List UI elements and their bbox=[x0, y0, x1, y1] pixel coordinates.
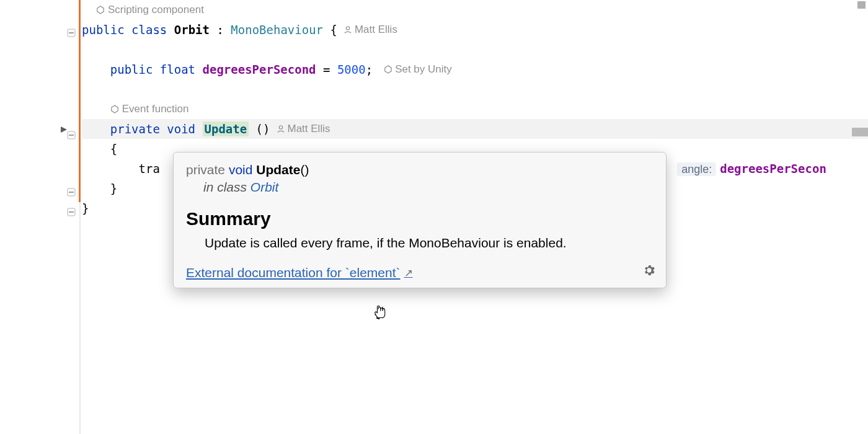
keyword-private: private bbox=[110, 122, 160, 136]
svg-marker-12 bbox=[112, 105, 118, 113]
keyword-void: void bbox=[167, 122, 195, 136]
fold-collapse-icon[interactable] bbox=[66, 130, 77, 141]
keyword-public: public bbox=[82, 23, 125, 37]
code-line-current[interactable]: private void Update ()Matt Ellis bbox=[82, 119, 868, 139]
svg-marker-9 bbox=[97, 6, 104, 14]
field-identifier: degreesPerSecond bbox=[203, 63, 316, 76]
event-function-hint: Event function bbox=[110, 99, 189, 119]
author-annotation: Matt Ellis bbox=[343, 20, 397, 40]
change-marker bbox=[79, 0, 81, 202]
fold-end-icon[interactable] bbox=[66, 206, 77, 218]
unity-icon bbox=[96, 6, 105, 14]
code-line-blank[interactable] bbox=[82, 79, 868, 99]
label: in class bbox=[203, 180, 250, 194]
keyword-public: public bbox=[110, 63, 153, 76]
identifier-fragment: degreesPerSecon bbox=[720, 162, 826, 175]
mouse-cursor-icon bbox=[371, 303, 388, 320]
author-annotation: Matt Ellis bbox=[277, 119, 330, 139]
brace: { bbox=[110, 142, 117, 156]
class-identifier: Orbit bbox=[174, 23, 210, 37]
summary-heading: Summary bbox=[186, 208, 653, 229]
hint-text: Event function bbox=[122, 99, 189, 119]
person-icon bbox=[343, 25, 352, 34]
parens: () bbox=[300, 162, 309, 177]
fold-collapse-icon[interactable] bbox=[66, 27, 77, 38]
base-type: MonoBehaviour bbox=[231, 23, 323, 37]
link-text: External documentation for `element` bbox=[186, 265, 401, 280]
keyword-class: class bbox=[131, 23, 167, 37]
code-line[interactable]: public class Orbit : MonoBehaviour {Matt… bbox=[82, 20, 868, 40]
external-docs-link[interactable]: External documentation for `element` ↗ bbox=[186, 265, 413, 280]
quick-doc-popup: private void Update() in class Orbit Sum… bbox=[173, 152, 666, 288]
method-identifier: Update bbox=[256, 162, 300, 177]
svg-marker-11 bbox=[385, 66, 392, 73]
editor-gutter bbox=[0, 0, 79, 434]
equals: = bbox=[323, 63, 330, 76]
brace: { bbox=[330, 23, 337, 37]
colon: : bbox=[216, 23, 223, 37]
gear-icon[interactable] bbox=[642, 264, 656, 280]
svg-point-13 bbox=[279, 126, 282, 129]
hint-text: Scripting component bbox=[108, 0, 204, 20]
scrollbar-marker[interactable] bbox=[857, 1, 866, 9]
keyword-void: void bbox=[229, 162, 253, 177]
parens: () bbox=[256, 122, 270, 136]
popup-signature: private void Update() bbox=[186, 162, 653, 177]
scrollbar-marker[interactable] bbox=[852, 128, 868, 136]
popup-containing-class: in class Orbit bbox=[186, 180, 653, 195]
code-hint-line: Event function bbox=[82, 99, 868, 119]
unity-icon bbox=[384, 65, 392, 74]
brace: } bbox=[110, 182, 117, 195]
svg-point-10 bbox=[346, 27, 349, 30]
semicolon: ; bbox=[366, 63, 373, 76]
summary-text: Update is called every frame, if the Mon… bbox=[186, 236, 653, 250]
identifier-fragment: tra bbox=[139, 162, 160, 175]
fold-end-icon[interactable] bbox=[66, 187, 77, 198]
external-link-icon: ↗ bbox=[404, 267, 413, 280]
author-name: Matt Ellis bbox=[288, 119, 330, 139]
brace: } bbox=[82, 202, 89, 215]
hint-text: Set by Unity bbox=[395, 60, 452, 79]
code-hint-line: Scripting component bbox=[82, 0, 868, 20]
unity-script-hint: Scripting component bbox=[96, 0, 204, 20]
author-name: Matt Ellis bbox=[355, 20, 397, 40]
person-icon bbox=[277, 125, 285, 133]
numeric-literal: 5000 bbox=[337, 63, 366, 76]
code-line[interactable]: public float degreesPerSecond = 5000;Set… bbox=[82, 60, 868, 79]
keyword-float: float bbox=[160, 63, 195, 76]
method-identifier[interactable]: Update bbox=[203, 122, 249, 136]
class-link[interactable]: Orbit bbox=[250, 180, 279, 194]
keyword-private: private bbox=[186, 162, 225, 177]
unity-icon bbox=[110, 105, 119, 113]
code-line-blank[interactable] bbox=[82, 40, 868, 60]
parameter-hint: angle: bbox=[677, 162, 716, 176]
unity-set-hint: Set by Unity bbox=[384, 60, 452, 79]
